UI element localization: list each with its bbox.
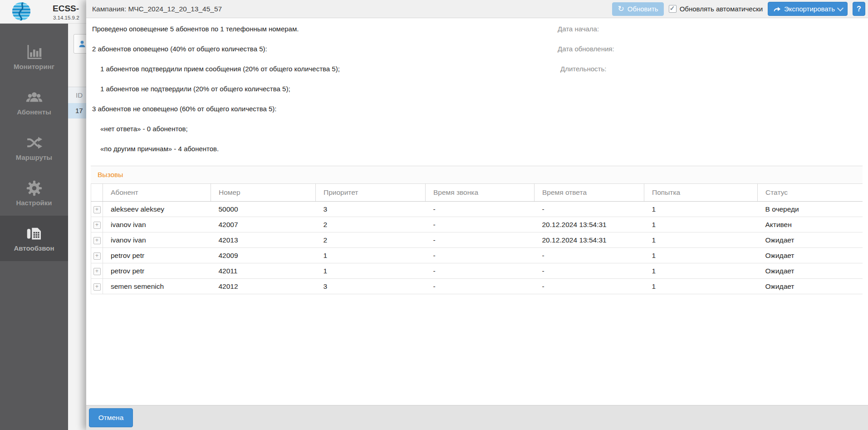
cell-priority: 1 [316, 248, 426, 263]
call-row[interactable]: petrov petr 42011 1 - - 1 Ожидает [91, 263, 863, 279]
cell-priority: 3 [316, 202, 426, 217]
cell-number: 42011 [211, 263, 316, 279]
background-page-strip: ID 17 [68, 23, 86, 430]
sidebar: Мониторинг Абоненты Маршруты Настройки А… [0, 23, 68, 430]
campaign-title: Кампания: МЧС_2024_12_20_13_45_57 [92, 0, 222, 18]
cell-subscriber: ivanov ivan [103, 217, 211, 232]
sidebar-item-settings[interactable]: Настройки [0, 170, 68, 216]
settings-gear-icon [26, 180, 43, 197]
cell-number: 42007 [211, 217, 316, 232]
cell-status: Ожидает [758, 279, 863, 294]
call-row[interactable]: alekseev aleksey 50000 3 - - 1 В очереди [91, 202, 863, 217]
column-header-priority[interactable]: Приоритет [316, 183, 426, 202]
meta-label-duration: Длительность: [560, 64, 606, 74]
help-button[interactable]: ? [853, 2, 865, 16]
export-button[interactable]: Экспортировать [768, 2, 848, 16]
app-header: ECSS- 3.14.15.9.2 [0, 0, 86, 24]
cell-answer-time: - [535, 263, 644, 279]
cell-call-time: - [426, 202, 535, 217]
cell-priority: 1 [316, 263, 426, 279]
refresh-icon [618, 5, 624, 13]
column-header-attempt[interactable]: Попытка [644, 183, 758, 202]
cell-answer-time: - [535, 248, 644, 263]
background-id-column-header: ID [68, 87, 88, 103]
column-header-call-time[interactable]: Время звонка [426, 183, 535, 202]
expand-row-icon[interactable] [93, 268, 101, 275]
cell-call-time: - [426, 263, 535, 279]
sidebar-item-autodial[interactable]: Автообзвон [0, 216, 68, 261]
summary-line: 1 абонентов подтвердили прием сообщения … [100, 64, 340, 74]
cell-call-time: - [426, 232, 535, 248]
modal-titlebar: Кампания: МЧС_2024_12_20_13_45_57 Обнови… [86, 0, 868, 18]
column-header-status[interactable]: Статус [758, 183, 863, 202]
call-row[interactable]: semen semenich 42012 3 - - 1 Ожидает [91, 279, 863, 294]
cell-number: 42012 [211, 279, 316, 294]
auto-refresh-control: Обновлять автоматически [669, 5, 763, 13]
cell-status: Ожидает [758, 248, 863, 263]
cell-call-time: - [426, 279, 535, 294]
calls-table: Абонент Номер Приоритет Время звонка Вре… [91, 183, 863, 294]
expand-row-icon[interactable] [93, 252, 101, 260]
expand-row-icon[interactable] [93, 222, 101, 229]
cell-priority: 2 [316, 232, 426, 248]
routes-shuffle-icon [26, 134, 43, 151]
autodial-phone-icon [26, 225, 43, 242]
summary-line: «по другим причинам» - 4 абонентов. [100, 144, 219, 153]
cell-priority: 2 [316, 217, 426, 232]
expand-row-icon[interactable] [93, 283, 101, 291]
app-version: 3.14.15.9.2 [53, 15, 79, 20]
export-arrow-icon [773, 5, 781, 12]
cell-attempt: 1 [644, 202, 758, 217]
sidebar-item-label: Маршруты [16, 153, 52, 161]
app-name: ECSS- [53, 4, 79, 14]
chevron-down-icon [837, 5, 843, 11]
cell-subscriber: ivanov ivan [103, 232, 211, 248]
eltex-logo-icon [11, 1, 32, 22]
sidebar-item-monitoring[interactable]: Мониторинг [0, 34, 68, 79]
expand-column-header [91, 183, 103, 202]
cell-status: Активен [758, 217, 863, 232]
cell-number: 42009 [211, 248, 316, 263]
summary-line: 3 абонентов не оповещено (60% от общего … [92, 104, 276, 114]
calls-table-header-row: Абонент Номер Приоритет Время звонка Вре… [91, 183, 863, 202]
cell-status: Ожидает [758, 232, 863, 248]
cancel-button[interactable]: Отмена [89, 408, 133, 427]
column-header-number[interactable]: Номер [211, 183, 316, 202]
subscribers-icon [26, 89, 43, 106]
sidebar-item-label: Мониторинг [14, 63, 54, 70]
sidebar-item-routes[interactable]: Маршруты [0, 125, 68, 170]
refresh-button[interactable]: Обновить [612, 2, 663, 16]
summary-line: «нет ответа» - 0 абонентов; [100, 124, 188, 133]
column-header-answer-time[interactable]: Время ответа [535, 183, 644, 202]
cell-answer-time: - [535, 279, 644, 294]
call-row[interactable]: ivanov ivan 42013 2 - 20.12.2024 13:54:3… [91, 232, 863, 248]
cell-status: В очереди [758, 202, 863, 217]
calls-section-title: Вызовы [91, 166, 863, 184]
cell-answer-time: 20.12.2024 13:54:31 [535, 232, 644, 248]
summary-line: 2 абонентов оповещено (40% от общего кол… [92, 44, 267, 54]
sidebar-item-subscribers[interactable]: Абоненты [0, 79, 68, 125]
monitoring-chart-icon [26, 44, 43, 60]
cell-attempt: 1 [644, 263, 758, 279]
call-row[interactable]: petrov petr 42009 1 - - 1 Ожидает [91, 248, 863, 263]
summary-line: 1 абонентов не подтвердили (20% от общег… [100, 84, 290, 94]
column-header-subscriber[interactable]: Абонент [103, 183, 211, 202]
summary-line: Проведено оповещение 5 абонентов по 1 те… [92, 25, 299, 34]
sidebar-item-label: Настройки [16, 199, 52, 207]
cell-answer-time: - [535, 202, 644, 217]
call-row[interactable]: ivanov ivan 42007 2 - 20.12.2024 13:54:3… [91, 217, 863, 232]
modal-footer: Отмена [86, 405, 868, 430]
titlebar-controls: Обновить Обновлять автоматически Экспорт… [612, 0, 865, 18]
cell-number: 42013 [211, 232, 316, 248]
cell-subscriber: semen semenich [103, 279, 211, 294]
expand-row-icon[interactable] [93, 237, 101, 244]
expand-row-icon[interactable] [93, 206, 101, 213]
cell-attempt: 1 [644, 232, 758, 248]
auto-refresh-checkbox[interactable] [669, 5, 677, 13]
screen: ECSS- 3.14.15.9.2 Мониторинг Абоненты Ма… [0, 0, 868, 430]
campaign-modal: Кампания: МЧС_2024_12_20_13_45_57 Обнови… [86, 0, 868, 430]
person-icon [78, 40, 87, 49]
cell-number: 50000 [211, 202, 316, 217]
auto-refresh-label[interactable]: Обновлять автоматически [680, 5, 763, 13]
cell-subscriber: petrov petr [103, 263, 211, 279]
